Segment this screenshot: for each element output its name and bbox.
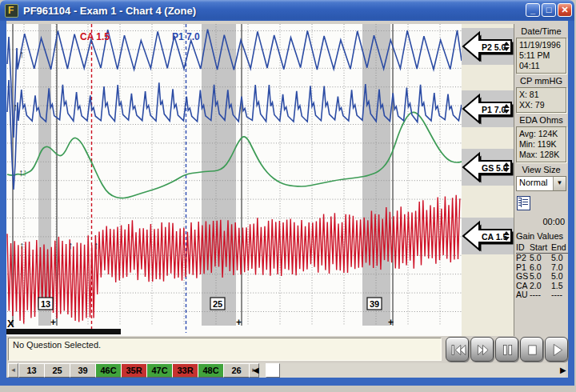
chart-area[interactable]: CA 1.5P1 7.0↑↑↑↑↑↑↑13+25+39+X bbox=[6, 24, 462, 336]
eda-label: EDA Ohms bbox=[514, 115, 568, 125]
channel-label-P2[interactable]: P2 5.0 bbox=[462, 30, 514, 62]
datetime-box: 11/19/1996 5:11 PM 04:11 bbox=[516, 38, 566, 74]
pause-button[interactable] bbox=[495, 337, 518, 362]
channel-strip: P2 5.0P1 7.0GS 5.0CA 1.5 bbox=[462, 24, 514, 336]
title-bar[interactable]: PF961104 - Exam 1 - Chart 4 (Zone) _ □ ✕ bbox=[0, 0, 574, 21]
question-plus-mark: + bbox=[388, 317, 394, 328]
channel-label-CA[interactable]: CA 1.5 bbox=[462, 220, 514, 252]
gain-cell: ---- bbox=[551, 290, 569, 300]
sidebar-panel: Date/Time 11/19/1996 5:11 PM 04:11 CP mm… bbox=[514, 24, 568, 336]
gain-table-header: ID Start End bbox=[516, 242, 568, 254]
gain-cell: AU bbox=[516, 290, 530, 300]
window-title: PF961104 - Exam 1 - Chart 4 (Zone) bbox=[23, 5, 196, 17]
eda-box: Avg: 124K Min: 119K Max: 128K bbox=[516, 126, 566, 162]
question-button-26[interactable]: 26 bbox=[223, 363, 250, 378]
status-bar: No Question Selected. bbox=[6, 336, 568, 363]
question-button-33R[interactable]: 33R bbox=[172, 363, 198, 378]
window-frame-bottom bbox=[0, 378, 574, 386]
eda-avg: Avg: 124K bbox=[519, 129, 565, 139]
view-size-dropdown[interactable]: Normal ▼ bbox=[516, 176, 566, 191]
question-button-25[interactable]: 25 bbox=[44, 363, 70, 378]
view-size-label: View Size bbox=[514, 165, 568, 174]
notes-icon[interactable] bbox=[517, 196, 530, 210]
app-window: PF961104 - Exam 1 - Chart 4 (Zone) _ □ ✕… bbox=[0, 0, 574, 386]
date-value: 11/19/1996 bbox=[519, 40, 565, 50]
gain-cell: 5.0 bbox=[551, 272, 569, 282]
marker-annotation: CA 1.5 bbox=[80, 31, 110, 42]
cp-xx-value: XX: 79 bbox=[519, 100, 565, 110]
chart-canvas[interactable]: CA 1.5P1 7.0↑↑↑↑↑↑↑13+25+39+X bbox=[6, 24, 462, 336]
x-start-mark: X bbox=[7, 318, 14, 330]
channel-label-text: GS 5.0 bbox=[482, 163, 508, 173]
close-button[interactable]: ✕ bbox=[558, 3, 572, 17]
question-button-48C[interactable]: 48C bbox=[198, 363, 224, 378]
question-plus-mark: + bbox=[236, 317, 242, 328]
question-button-39[interactable]: 39 bbox=[70, 363, 96, 378]
scroll-left-icon[interactable]: ◀ bbox=[253, 366, 259, 375]
gain-table: P25.05.0P16.07.0GS5.05.0CA2.01.5AU------… bbox=[516, 254, 568, 300]
window-frame-right bbox=[568, 21, 574, 379]
gain-values-title: Gain Values bbox=[516, 231, 568, 241]
scrollbar-thumb[interactable] bbox=[266, 363, 280, 378]
datetime-label: Date/Time bbox=[514, 26, 568, 36]
minimize-button[interactable]: _ bbox=[526, 3, 540, 17]
fast-forward-icon bbox=[471, 338, 494, 362]
channel-label-GS[interactable]: GS 5.0 bbox=[462, 151, 514, 183]
gain-header-id: ID bbox=[516, 242, 530, 252]
skip-start-icon bbox=[446, 338, 470, 362]
cp-label: CP mmHG bbox=[514, 76, 568, 86]
stimulus-arrow-icon: ↑ bbox=[22, 166, 28, 178]
stop-button[interactable] bbox=[520, 337, 543, 362]
pause-icon bbox=[496, 338, 519, 362]
gain-cell: 5.0 bbox=[530, 254, 551, 263]
elapsed-value: 04:11 bbox=[519, 61, 565, 71]
gain-cell: GS bbox=[516, 272, 530, 282]
time-value: 5:11 PM bbox=[519, 50, 565, 61]
stimulus-arrow-icon: ↑ bbox=[68, 239, 74, 251]
gain-row-AU: AU-------- bbox=[516, 290, 568, 300]
scroll-right-icon[interactable]: ▶ bbox=[560, 366, 566, 375]
channel-label-text: P2 5.0 bbox=[482, 42, 506, 52]
stimulus-arrow-icon: ↑ bbox=[94, 239, 99, 251]
play-button[interactable] bbox=[545, 337, 568, 362]
channel-label-P1[interactable]: P1 7.0 bbox=[462, 93, 514, 125]
question-button-46C[interactable]: 46C bbox=[95, 363, 122, 378]
question-nav-left-button[interactable]: ◂ bbox=[8, 363, 18, 378]
maximize-button[interactable]: □ bbox=[542, 3, 556, 17]
question-number: 13 bbox=[41, 299, 50, 309]
gain-header-start: Start bbox=[530, 242, 551, 252]
gain-cell: 5.0 bbox=[551, 254, 569, 263]
channel-label-text: CA 1.5 bbox=[482, 232, 507, 242]
gain-row-GS: GS5.05.0 bbox=[516, 272, 568, 282]
gain-cell: 5.0 bbox=[530, 272, 551, 282]
question-button-35R[interactable]: 35R bbox=[121, 363, 147, 378]
stimulus-arrow-icon: ↑ bbox=[19, 48, 25, 60]
scrollbar-track[interactable] bbox=[259, 363, 566, 378]
eda-max: Max: 128K bbox=[519, 150, 565, 160]
eda-min: Min: 119K bbox=[519, 139, 565, 150]
stimulus-arrow-icon: ↑ bbox=[19, 239, 25, 251]
gain-cell: ---- bbox=[530, 290, 551, 300]
elapsed-clock: 00:00 bbox=[514, 217, 568, 226]
question-button-47C[interactable]: 47C bbox=[146, 363, 173, 378]
zone-band bbox=[202, 24, 236, 326]
fast-forward-button[interactable] bbox=[470, 337, 494, 362]
question-number: 25 bbox=[213, 299, 222, 309]
gain-header-end: End bbox=[551, 242, 569, 252]
question-button-13[interactable]: 13 bbox=[18, 363, 45, 378]
gain-cell: P2 bbox=[516, 254, 530, 263]
skip-start-button[interactable] bbox=[446, 337, 469, 362]
gain-row-P2: P25.05.0 bbox=[516, 254, 568, 263]
channel-label-text: P1 7.0 bbox=[482, 105, 506, 114]
question-plus-mark: + bbox=[50, 317, 56, 328]
status-message: No Question Selected. bbox=[8, 338, 442, 361]
question-number: 39 bbox=[370, 299, 379, 309]
view-size-value: Normal bbox=[517, 177, 553, 190]
cp-x-value: X: 81 bbox=[519, 90, 565, 100]
chart-scroll-thumb[interactable] bbox=[6, 329, 121, 334]
question-bar: ◂ 13253946C35R47C33R48C26 ▸ ◀ ▶ bbox=[6, 363, 568, 378]
app-icon bbox=[5, 4, 18, 18]
zone-band bbox=[362, 24, 390, 326]
play-icon bbox=[546, 338, 569, 362]
dropdown-arrow-icon[interactable]: ▼ bbox=[553, 177, 566, 190]
